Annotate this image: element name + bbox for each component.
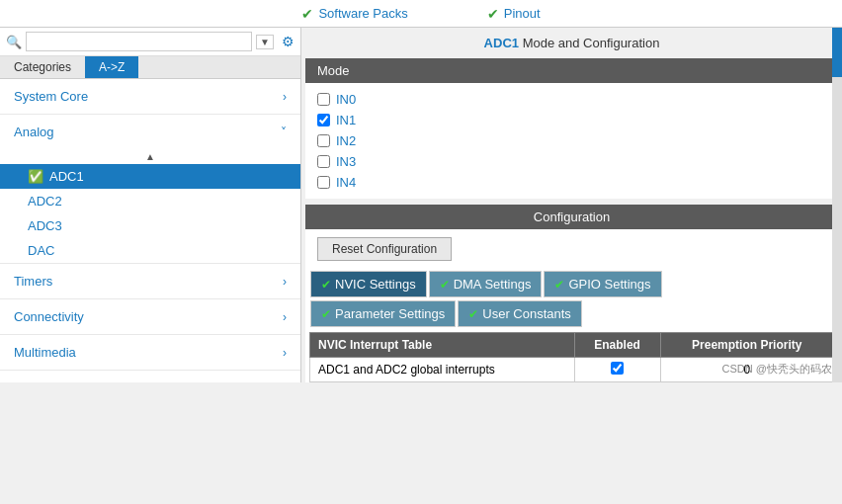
gear-icon[interactable]: ⚙ [282, 34, 295, 49]
content-area: ADC1 Mode and Configuration Mode IN0 IN1 [301, 28, 842, 382]
pinout-tab[interactable]: ✔ Pinout [487, 6, 541, 22]
nvic-col-header-name: NVIC Interrupt Table [310, 333, 575, 358]
dma-tab-label: DMA Settings [454, 277, 532, 292]
mode-label-in4: IN4 [336, 175, 356, 190]
timers-arrow-icon: › [283, 275, 287, 289]
sidebar-item-dac[interactable]: DAC [0, 238, 300, 263]
mode-label-in2: IN2 [336, 133, 356, 148]
mode-label-in0: IN0 [336, 92, 356, 107]
sidebar-item-adc1[interactable]: ✅ ADC1 [0, 164, 300, 189]
multimedia-arrow-icon: › [283, 346, 287, 360]
sidebar: 🔍 ▼ ⚙ Categories A->Z System Core › [0, 28, 301, 382]
mode-checkbox-in3[interactable] [317, 155, 330, 168]
sidebar-item-adc2[interactable]: ADC2 [0, 189, 300, 213]
sidebar-item-analog[interactable]: Analog ˅ [0, 115, 300, 149]
mode-section: Mode IN0 IN1 IN2 [305, 58, 838, 199]
nvic-col-header-priority: Preemption Priority [660, 333, 833, 358]
config-tabs-row2: ✔ Parameter Settings ✔ User Constants [305, 299, 838, 328]
analog-scroll-up[interactable]: ▲ [0, 149, 300, 164]
tab-gpio-settings[interactable]: ✔ GPIO Settings [544, 271, 661, 297]
nvic-row-enabled[interactable] [574, 358, 660, 382]
sidebar-content: System Core › Analog ˅ ▲ ✅ ADC1 [0, 79, 300, 382]
mode-label-in3: IN3 [336, 154, 356, 169]
software-packs-check-icon: ✔ [301, 6, 313, 22]
analog-label: Analog [14, 125, 53, 139]
mode-section-label: Mode [317, 63, 350, 78]
top-bar: ✔ Software Packs ✔ Pinout [0, 0, 842, 28]
param-tab-check-icon: ✔ [321, 307, 331, 321]
adc1-label: ADC1 [49, 169, 84, 184]
tab-nvic-settings[interactable]: ✔ NVIC Settings [310, 271, 427, 297]
analog-section: Analog ˅ ▲ ✅ ADC1 ADC2 ADC3 [0, 115, 300, 264]
user-tab-label: User Constants [482, 306, 571, 321]
mode-row-in0: IN0 [317, 89, 826, 110]
software-packs-tab[interactable]: ✔ Software Packs [301, 6, 407, 22]
multimedia-label: Multimedia [14, 345, 76, 360]
timers-label: Timers [14, 274, 52, 289]
mode-checkbox-in1[interactable] [317, 114, 330, 126]
config-section-header: Configuration [305, 205, 838, 229]
sidebar-item-connectivity[interactable]: Connectivity › [0, 299, 300, 335]
mode-checkbox-in0[interactable] [317, 93, 330, 106]
sidebar-tabs: Categories A->Z [0, 56, 300, 79]
gpio-tab-check-icon: ✔ [554, 278, 564, 292]
adc3-label: ADC3 [28, 218, 62, 233]
mode-row-in4: IN4 [317, 172, 826, 193]
search-bar: 🔍 ▼ ⚙ [0, 28, 300, 56]
dac-label: DAC [28, 243, 54, 258]
analog-arrow-icon: ˅ [281, 126, 287, 139]
adc1-check-icon: ✅ [28, 169, 43, 184]
connectivity-arrow-icon: › [283, 310, 287, 324]
reset-configuration-button[interactable]: Reset Configuration [317, 237, 452, 261]
user-tab-check-icon: ✔ [468, 307, 478, 321]
content-scrollbar[interactable] [832, 28, 842, 382]
nvic-enabled-checkbox[interactable] [611, 362, 624, 375]
sidebar-item-multimedia[interactable]: Multimedia › [0, 335, 300, 371]
connectivity-label: Connectivity [14, 309, 84, 324]
gpio-tab-label: GPIO Settings [568, 277, 650, 292]
sidebar-item-system-core[interactable]: System Core › [0, 79, 300, 115]
mode-checkbox-in4[interactable] [317, 176, 330, 189]
search-icon: 🔍 [6, 35, 22, 49]
pinout-check-icon: ✔ [487, 6, 499, 22]
mode-row-in1: IN1 [317, 110, 826, 130]
config-tabs-row1: ✔ NVIC Settings ✔ DMA Settings ✔ GPIO Se… [305, 269, 838, 299]
content-title-highlight: ADC1 [484, 36, 519, 50]
tab-dma-settings[interactable]: ✔ DMA Settings [429, 271, 543, 297]
param-tab-label: Parameter Settings [335, 306, 445, 321]
sidebar-item-timers[interactable]: Timers › [0, 264, 300, 299]
nvic-row-name: ADC1 and ADC2 global interrupts [310, 358, 575, 382]
nvic-col-header-enabled: Enabled [574, 333, 660, 358]
content-title: ADC1 Mode and Configuration [301, 28, 842, 58]
tab-user-constants[interactable]: ✔ User Constants [458, 300, 582, 327]
config-section-label: Configuration [534, 210, 610, 224]
sidebar-item-adc3[interactable]: ADC3 [0, 213, 300, 238]
content-title-suffix: Mode and Configuration [519, 36, 659, 50]
software-packs-label: Software Packs [318, 6, 407, 21]
search-dropdown-arrow[interactable]: ▼ [256, 35, 274, 49]
adc2-label: ADC2 [28, 194, 62, 209]
search-input[interactable] [26, 32, 252, 51]
mode-row-in3: IN3 [317, 151, 826, 172]
mode-checkbox-in2[interactable] [317, 134, 330, 147]
tab-parameter-settings[interactable]: ✔ Parameter Settings [310, 300, 456, 327]
mode-label-in1: IN1 [336, 113, 356, 127]
mode-section-header: Mode [305, 58, 838, 83]
mode-row-in2: IN2 [317, 130, 826, 151]
config-section: Configuration Reset Configuration ✔ NVIC… [305, 205, 838, 382]
watermark: CSDN @快秃头的码农 [722, 362, 832, 377]
pinout-label: Pinout [504, 6, 541, 21]
tab-a-z[interactable]: A->Z [85, 56, 138, 78]
mode-list: IN0 IN1 IN2 IN3 [305, 83, 838, 199]
nvic-tab-check-icon: ✔ [321, 278, 331, 292]
nvic-tab-label: NVIC Settings [335, 277, 416, 292]
scrollbar-thumb[interactable] [832, 28, 842, 77]
system-core-arrow-icon: › [283, 90, 287, 104]
reset-btn-area: Reset Configuration [305, 229, 838, 269]
tab-categories[interactable]: Categories [0, 56, 85, 78]
system-core-label: System Core [14, 89, 88, 104]
dma-tab-check-icon: ✔ [440, 278, 450, 292]
